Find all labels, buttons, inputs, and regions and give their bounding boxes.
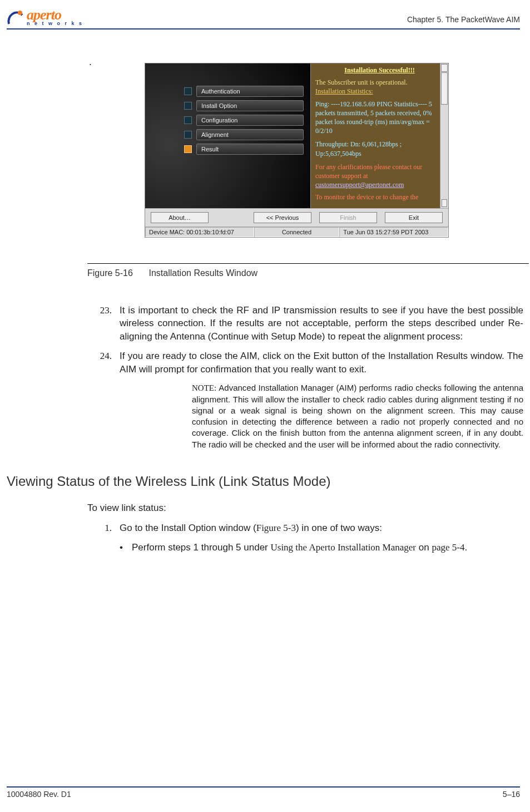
wizard-toolbar: About… << Previous Finish Exit	[145, 208, 448, 227]
sub-bullet-1: • Perform steps 1 through 5 under Using …	[120, 541, 523, 554]
page-ref[interactable]: page 5-4	[432, 542, 464, 553]
step-label: Install Option	[196, 100, 304, 111]
status-time: Tue Jun 03 15:27:59 PDT 2003	[339, 227, 448, 237]
result-email-link[interactable]: customersupport@apertonet.com	[315, 180, 444, 189]
wizard-step-authentication[interactable]: Authentication	[184, 86, 304, 97]
figure-title: Installation Results Window	[148, 268, 257, 278]
scroll-up-icon[interactable]	[441, 64, 448, 72]
footer-rule	[7, 786, 520, 788]
step-label: Alignment	[196, 129, 304, 140]
logo-swoosh-icon	[7, 9, 23, 26]
status-mac: Device MAC: 00:01:3b:10:fd:07	[145, 227, 254, 237]
about-button[interactable]: About…	[151, 212, 209, 223]
note-block: NOTE: Advanced Installation Manager (AIM…	[192, 382, 523, 450]
wizard-step-result[interactable]: Result	[184, 144, 304, 155]
step-indicator-icon	[184, 145, 192, 153]
result-title: Installation Successful!!!	[315, 66, 444, 75]
note-body: Advanced Installation Manager (AIM) perf…	[192, 383, 523, 449]
status-conn: Connected	[254, 227, 340, 237]
step-text: If you are ready to close the AIM, click…	[120, 350, 523, 376]
result-monitor: To monitor the device or to change the	[315, 193, 444, 201]
result-contact: For any clarifications please contact ou…	[315, 163, 444, 180]
step-24: 24. If you are ready to close the AIM, c…	[87, 350, 523, 376]
bullet-text: Perform steps 1 through 5 under Using th…	[132, 541, 467, 554]
finish-button: Finish	[319, 212, 377, 223]
step-text: It is important to check the RF and IP t…	[120, 304, 523, 343]
status-bar: Device MAC: 00:01:3b:10:fd:07 Connected …	[145, 227, 448, 237]
doc-rev: 10004880 Rev. D1	[7, 790, 71, 799]
header-line: aperto n e t w o r k s Chapter 5. The Pa…	[7, 8, 520, 26]
xref-link[interactable]: Using the Aperto Installation Manager	[270, 542, 416, 553]
step-indicator-icon	[184, 116, 192, 124]
step-indicator-icon	[184, 87, 192, 95]
intro-para: To view link status:	[87, 503, 523, 514]
scroll-down-icon[interactable]	[442, 199, 447, 207]
step-1: 1. Go to the Install Option window (Figu…	[87, 521, 523, 534]
page-header: aperto n e t w o r k s Chapter 5. The Pa…	[0, 0, 530, 29]
page-num: 5–16	[503, 790, 520, 799]
header-rule	[7, 28, 520, 29]
note-label: NOTE:	[192, 383, 219, 392]
result-op-line: The Subscriber unit is operational.	[315, 78, 444, 87]
wizard-step-list: AuthenticationInstall OptionConfiguratio…	[145, 63, 310, 208]
result-stats-line: Installation Statistics:	[315, 87, 444, 96]
figure-number: Figure 5-16	[87, 268, 146, 278]
figure-leader-dot: .	[89, 56, 92, 68]
result-ping: Ping: ----192.168.5.69 PING Statistics--…	[315, 100, 444, 136]
screenshot-figure: . AuthenticationInstall OptionConfigurat…	[145, 63, 449, 238]
brand-subtitle: n e t w o r k s	[27, 21, 83, 26]
result-panel: Installation Successful!!! The Subscribe…	[310, 63, 448, 208]
result-scrollbar[interactable]	[440, 63, 448, 208]
step-number: 23.	[87, 304, 120, 343]
previous-button[interactable]: << Previous	[254, 212, 311, 223]
wizard-step-install-option[interactable]: Install Option	[184, 100, 304, 111]
step-text: Go to the Install Option window (Figure …	[120, 521, 523, 534]
step-number: 24.	[87, 350, 120, 376]
bullet-icon: •	[120, 541, 132, 554]
result-throughput: Throughput: Dn: 6,061,128bps ; Up:5,637,…	[315, 140, 444, 158]
wizard-step-alignment[interactable]: Alignment	[184, 129, 304, 140]
figure-rule	[87, 263, 529, 264]
step-indicator-icon	[184, 131, 192, 139]
step-label: Configuration	[196, 115, 304, 126]
svg-point-0	[18, 11, 22, 15]
exit-button[interactable]: Exit	[385, 212, 443, 223]
figure-caption: Figure 5-16 Installation Results Window	[87, 268, 530, 278]
step-indicator-icon	[184, 102, 192, 110]
step-23: 23. It is important to check the RF and …	[87, 304, 523, 343]
step-label: Result	[196, 144, 304, 155]
figure-ref: Figure 5-3	[256, 523, 296, 533]
brand-logo: aperto n e t w o r k s	[7, 8, 83, 26]
chapter-label: Chapter 5. The PacketWave AIM	[407, 15, 520, 26]
instruction-list: 23. It is important to check the RF and …	[87, 304, 523, 450]
step-number: 1.	[87, 521, 120, 534]
page-footer: 10004880 Rev. D1 5–16	[0, 782, 530, 799]
scroll-thumb[interactable]	[441, 72, 448, 105]
wizard-step-configuration[interactable]: Configuration	[184, 115, 304, 126]
section-heading: Viewing Status of the Wireless Link (Lin…	[7, 474, 530, 489]
step-label: Authentication	[196, 86, 304, 97]
installer-window: AuthenticationInstall OptionConfiguratio…	[145, 63, 449, 238]
